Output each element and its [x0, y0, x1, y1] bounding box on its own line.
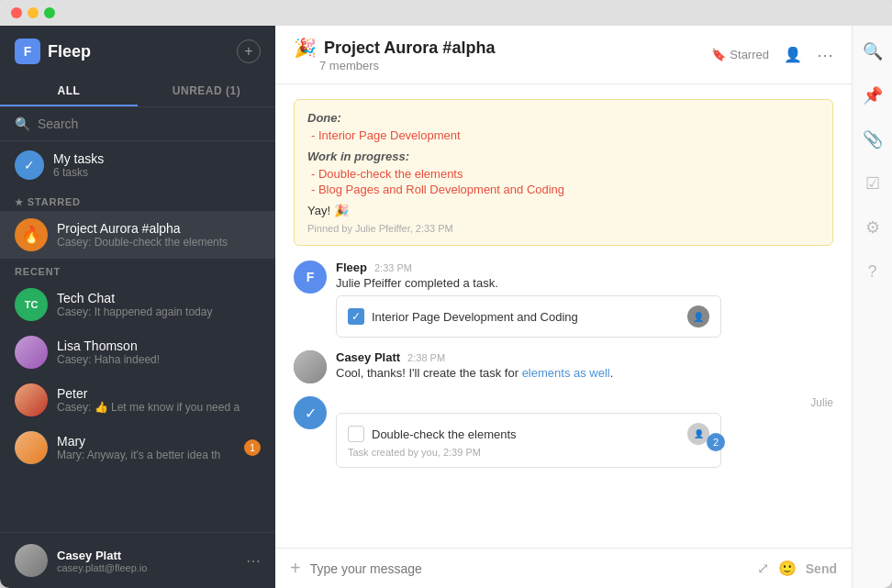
fleep-msg-text: Julie Pfeiffer completed a task.	[336, 276, 833, 290]
profile-menu-button[interactable]: ⋯	[246, 552, 261, 570]
chat-emoji: 🎉	[294, 37, 317, 59]
tasks-text: My tasks 6 tasks	[53, 151, 104, 179]
double-check-label: Double-check the elements	[372, 427, 680, 441]
sidebar-item-mary[interactable]: Mary Mary: Anyway, it's a better idea th…	[0, 424, 275, 472]
pinned-yay: Yay! 🎉	[307, 204, 820, 217]
pin-icon[interactable]: 📌	[858, 81, 887, 110]
aurora-preview: Casey: Double-check the elements	[57, 236, 261, 249]
task-assignee-completed: 👤	[687, 305, 709, 327]
double-check-section: ✓ Julie Double-check the elements 👤 Task…	[294, 396, 833, 468]
message-input[interactable]	[310, 561, 748, 576]
app-window: F Fleep + ALL UNREAD (1) 🔍 Search ✓ My t…	[0, 0, 892, 588]
app-name: Fleep	[48, 42, 91, 61]
app-body: F Fleep + ALL UNREAD (1) 🔍 Search ✓ My t…	[0, 26, 892, 588]
fleep-sender: Fleep	[336, 261, 367, 274]
message-row-casey: Casey Platt 2:38 PM Cool, thanks! I'll c…	[294, 350, 833, 383]
close-button[interactable]	[11, 7, 22, 18]
sidebar-item-lisa[interactable]: Lisa Thomson Casey: Haha indeed!	[0, 328, 275, 376]
peter-avatar	[15, 383, 48, 416]
paperclip-icon[interactable]: 📎	[858, 125, 887, 154]
chat-title-area: 🎉 Project Aurora #alpha 7 members	[294, 37, 711, 72]
casey-msg-body: Casey Platt 2:38 PM Cool, thanks! I'll c…	[336, 350, 833, 380]
profile-avatar	[15, 544, 48, 577]
message-row-fleep: F Fleep 2:33 PM Julie Pfeiffer completed…	[294, 261, 833, 338]
star-icon: ★	[15, 197, 24, 207]
sidebar-item-peter[interactable]: Peter Casey: 👍 Let me know if you need a	[0, 376, 275, 424]
more-options-icon[interactable]: ⋯	[817, 45, 833, 65]
tab-unread[interactable]: UNREAD (1)	[138, 77, 275, 106]
fleep-avatar: F	[294, 261, 327, 294]
aurora-avatar: 🔥	[15, 218, 48, 251]
sidebar-item-tech-chat[interactable]: TC Tech Chat Casey: It happened again to…	[0, 281, 275, 328]
members-icon[interactable]: 👤	[784, 46, 802, 63]
expand-icon[interactable]: ⤢	[757, 560, 769, 577]
double-check-wrapper: Julie Double-check the elements 👤 Task c…	[336, 396, 833, 468]
casey-avatar	[294, 350, 327, 383]
chat-input-area: + ⤢ 🙂 Send	[275, 548, 852, 588]
new-conversation-button[interactable]: +	[237, 39, 261, 63]
sidebar-header: F Fleep +	[0, 26, 275, 77]
double-check-header: Double-check the elements 👤	[348, 423, 709, 445]
maximize-button[interactable]	[44, 7, 55, 18]
tasks-icon-right[interactable]: ☑	[858, 169, 887, 198]
pinned-wip-item-1: - Double-check the elements	[311, 167, 820, 181]
mary-avatar	[15, 431, 48, 464]
send-button[interactable]: Send	[806, 561, 837, 576]
settings-icon[interactable]: ⚙	[858, 213, 887, 242]
profile-info: Casey Platt casey.platt@fleep.io	[57, 549, 237, 573]
search-icon-right[interactable]: 🔍	[858, 37, 887, 66]
lisa-text: Lisa Thomson Casey: Haha indeed!	[57, 338, 261, 366]
starred-section-label: ★ STARRED	[0, 189, 275, 211]
tasks-title: My tasks	[53, 151, 104, 166]
fleep-time: 2:33 PM	[374, 262, 412, 273]
chat-title: Project Aurora #alpha	[324, 39, 495, 58]
recent-section-label: RECENT	[0, 259, 275, 281]
help-icon[interactable]: ?	[858, 257, 887, 286]
minimize-button[interactable]	[28, 7, 39, 18]
pinned-footer: Pinned by Julie Pfeiffer, 2:33 PM	[307, 223, 820, 234]
profile-email: casey.platt@fleep.io	[57, 562, 237, 573]
tasks-icon: ✓	[15, 150, 44, 180]
starred-button[interactable]: 🔖 Starred	[711, 48, 769, 61]
sidebar: F Fleep + ALL UNREAD (1) 🔍 Search ✓ My t…	[0, 26, 275, 588]
header-actions: 🔖 Starred 👤 ⋯	[711, 45, 833, 65]
blue-check-circle: ✓	[294, 396, 327, 429]
fleep-msg-body: Fleep 2:33 PM Julie Pfeiffer completed a…	[336, 261, 833, 338]
sidebar-item-project-aurora[interactable]: 🔥 Project Aurora #alpha Casey: Double-ch…	[0, 211, 275, 259]
task-count-badge: 2	[707, 433, 725, 451]
task-checkbox-open[interactable]	[348, 426, 364, 442]
aurora-title: Project Aurora #alpha	[57, 221, 261, 236]
task-card-completed[interactable]: ✓ Interior Page Development and Coding 👤	[336, 295, 721, 338]
mary-badge: 1	[244, 439, 261, 456]
chat-header: 🎉 Project Aurora #alpha 7 members 🔖 Star…	[275, 26, 852, 84]
double-check-card-row: Double-check the elements 👤 Task created…	[336, 413, 833, 468]
sidebar-logo: F Fleep	[15, 39, 91, 64]
chat-members: 7 members	[319, 59, 711, 72]
tab-all[interactable]: ALL	[0, 77, 138, 106]
chat-messages: Done: - Interior Page Development Work i…	[275, 84, 852, 548]
my-tasks-item[interactable]: ✓ My tasks 6 tasks	[0, 141, 275, 189]
task-checkbox-completed[interactable]: ✓	[348, 308, 364, 325]
search-bar[interactable]: 🔍 Search	[0, 107, 275, 141]
fleep-logo-icon: F	[15, 39, 40, 64]
title-bar	[0, 0, 892, 26]
pinned-done-label: Done:	[307, 111, 820, 125]
badge-container: 2	[714, 440, 725, 451]
mary-text: Mary Mary: Anyway, it's a better idea th	[57, 434, 235, 461]
emoji-icon[interactable]: 🙂	[778, 560, 797, 577]
lisa-avatar	[15, 336, 48, 369]
peter-text: Peter Casey: 👍 Let me know if you need a	[57, 386, 261, 414]
casey-msg-text: Cool, thanks! I'll create the task for e…	[336, 366, 833, 380]
pinned-wip-label: Work in progress:	[307, 150, 820, 163]
search-label: Search	[38, 116, 78, 131]
sidebar-profile: Casey Platt casey.platt@fleep.io ⋯	[0, 532, 275, 588]
attachment-button[interactable]: +	[290, 558, 301, 579]
casey-msg-header: Casey Platt 2:38 PM	[336, 350, 833, 364]
right-sidebar: 🔍 📌 📎 ☑ ⚙ ?	[852, 26, 892, 588]
aurora-text: Project Aurora #alpha Casey: Double-chec…	[57, 221, 261, 249]
sidebar-tabs: ALL UNREAD (1)	[0, 77, 275, 107]
double-check-card[interactable]: Double-check the elements 👤 Task created…	[336, 413, 721, 468]
bookmark-icon: 🔖	[711, 48, 726, 61]
pinned-message: Done: - Interior Page Development Work i…	[294, 99, 833, 246]
traffic-lights	[11, 7, 55, 18]
